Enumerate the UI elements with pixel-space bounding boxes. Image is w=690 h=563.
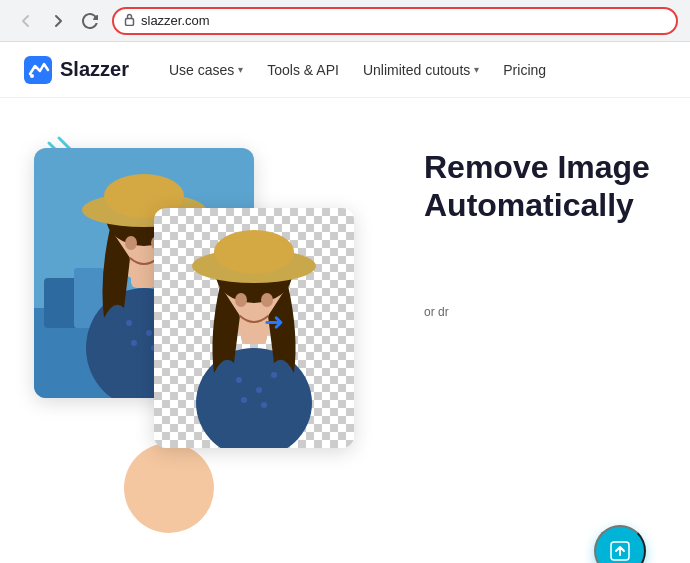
nav-pricing[interactable]: Pricing — [503, 62, 546, 78]
processed-photo — [154, 208, 354, 448]
svg-point-36 — [261, 402, 267, 408]
browser-nav-buttons — [12, 7, 104, 35]
nav-links: Use cases ▾ Tools & API Unlimited cutout… — [169, 62, 546, 78]
svg-point-22 — [131, 340, 137, 346]
back-button[interactable] — [12, 7, 40, 35]
text-section: Remove Image Automatically or dr — [404, 128, 666, 563]
svg-point-33 — [256, 387, 262, 393]
svg-point-29 — [214, 230, 294, 274]
decorative-circle — [124, 443, 214, 533]
logo-link[interactable]: Slazzer — [24, 56, 129, 84]
cutouts-chevron-icon: ▾ — [474, 64, 479, 75]
nav-tools-api[interactable]: Tools & API — [267, 62, 339, 78]
lock-icon — [124, 13, 135, 28]
logo-icon — [24, 56, 52, 84]
svg-rect-0 — [126, 19, 134, 26]
svg-point-34 — [271, 372, 277, 378]
or-drop-text: or dr — [424, 305, 666, 319]
svg-point-19 — [126, 320, 132, 326]
images-section: ➜ — [24, 128, 404, 563]
svg-point-31 — [261, 293, 273, 307]
forward-button[interactable] — [44, 7, 72, 35]
svg-point-32 — [236, 377, 242, 383]
use-cases-chevron-icon: ▾ — [238, 64, 243, 75]
svg-point-17 — [125, 236, 137, 250]
hero-section: ➜ Remove Image Automatically or dr — [0, 98, 690, 563]
upload-icon — [608, 539, 632, 563]
nav-unlimited-cutouts[interactable]: Unlimited cutouts ▾ — [363, 62, 479, 78]
website-content: Slazzer Use cases ▾ Tools & API Unlimite… — [0, 42, 690, 563]
svg-point-30 — [235, 293, 247, 307]
url-text: slazzer.com — [141, 13, 210, 28]
browser-chrome: slazzer.com — [0, 0, 690, 42]
processed-image-card — [154, 208, 354, 448]
svg-point-35 — [241, 397, 247, 403]
logo-text: Slazzer — [60, 58, 129, 81]
processing-arrow-icon: ➜ — [264, 308, 284, 336]
address-bar[interactable]: slazzer.com — [112, 7, 678, 35]
svg-point-2 — [30, 74, 34, 78]
nav-use-cases[interactable]: Use cases ▾ — [169, 62, 243, 78]
svg-point-20 — [146, 330, 152, 336]
hero-title: Remove Image Automatically — [424, 148, 666, 225]
reload-button[interactable] — [76, 7, 104, 35]
upload-button[interactable] — [594, 525, 646, 563]
main-nav: Slazzer Use cases ▾ Tools & API Unlimite… — [0, 42, 690, 98]
